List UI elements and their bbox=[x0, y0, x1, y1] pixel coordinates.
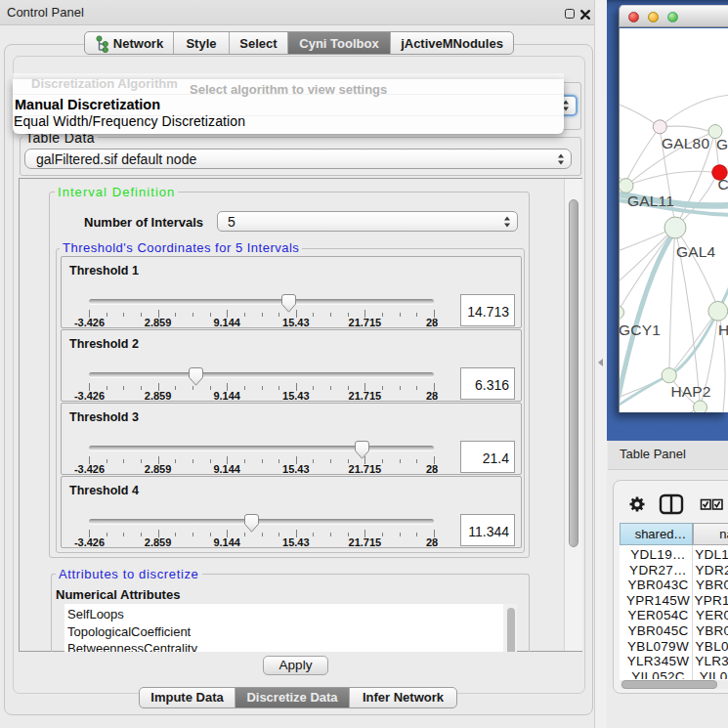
svg-text:HAP2: HAP2 bbox=[670, 383, 710, 400]
svg-text:C: C bbox=[718, 176, 728, 193]
svg-text:GAL4: GAL4 bbox=[676, 243, 716, 260]
svg-text:GCY1: GCY1 bbox=[620, 321, 661, 338]
svg-text:GAL80: GAL80 bbox=[662, 135, 709, 151]
svg-text:GAL11: GAL11 bbox=[627, 193, 674, 209]
svg-text:G: G bbox=[716, 136, 728, 152]
svg-text:H: H bbox=[718, 321, 728, 338]
